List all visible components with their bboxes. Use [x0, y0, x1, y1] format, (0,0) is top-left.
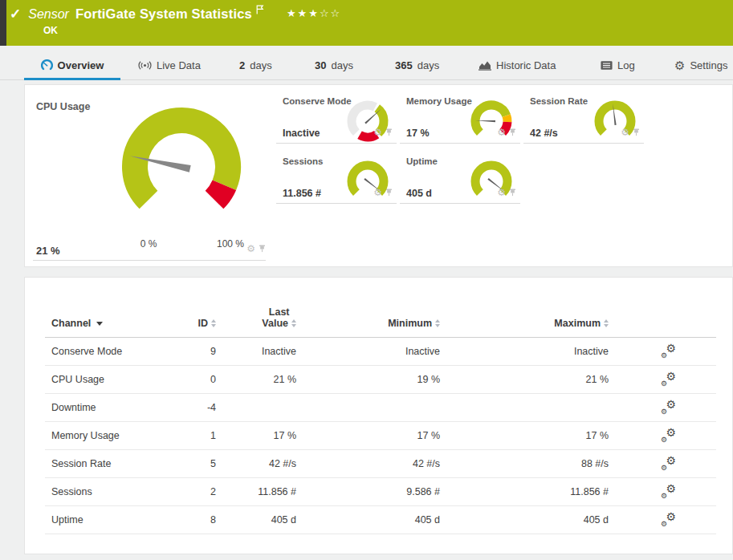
status-ok-check-icon: ✓	[10, 6, 21, 22]
table-row: Uptime 8 405 d 405 d 405 d ⚙ ⚙	[45, 506, 716, 534]
gauge-settings-gear-icon[interactable]: ⚙	[497, 128, 506, 137]
tab-overview[interactable]: Overview	[24, 50, 120, 80]
column-label: Value	[262, 318, 288, 329]
cell-maximum: 405 d	[584, 514, 609, 526]
tab-30-days[interactable]: 30 days	[315, 50, 353, 80]
gauge-pin-icon[interactable]	[259, 241, 266, 256]
channel-settings-button[interactable]: ⚙ ⚙	[662, 485, 676, 498]
gauge-pin-icon[interactable]	[509, 185, 516, 200]
cell-maximum: Inactive	[574, 346, 609, 357]
cell-channel-name: Conserve Mode	[51, 346, 122, 357]
cell-minimum: 17 %	[417, 430, 441, 441]
sort-arrows-icon	[604, 319, 609, 327]
gauge-pin-icon[interactable]	[385, 185, 393, 200]
channel-settings-button[interactable]: ⚙ ⚙	[662, 457, 676, 470]
column-header-minimum[interactable]: Minimum	[388, 318, 440, 329]
column-label: Minimum	[388, 318, 432, 329]
column-label: Channel	[51, 318, 91, 329]
tab-label: Settings	[690, 59, 727, 71]
cell-id: 1	[210, 430, 216, 441]
gear-icon: ⚙	[666, 343, 676, 354]
small-gear-icon: ⚙	[661, 521, 667, 528]
area-chart-icon	[478, 60, 491, 71]
cell-maximum: 17 %	[586, 430, 609, 441]
gauge-pin-icon[interactable]	[633, 125, 640, 140]
tab-label: days	[250, 59, 271, 71]
cell-last-value: 17 %	[274, 430, 297, 441]
gauge-settings-gear-icon[interactable]: ⚙	[373, 128, 382, 137]
tab-label: days	[417, 59, 439, 71]
gear-icon: ⚙	[666, 483, 676, 494]
small-gear-icon: ⚙	[661, 493, 667, 500]
cell-id: 0	[210, 374, 216, 385]
cell-last-value: 42 #/s	[269, 458, 296, 469]
channel-settings-button[interactable]: ⚙ ⚙	[662, 429, 676, 442]
gauge-settings-gear-icon[interactable]: ⚙	[246, 244, 255, 254]
gauge-tile-cpu-usage: CPU Usage 0 % 100 % 21 % ⚙	[33, 93, 266, 261]
column-header-id[interactable]: ID	[198, 318, 217, 329]
channel-settings-button[interactable]: ⚙ ⚙	[662, 401, 676, 414]
gear-icon: ⚙	[666, 371, 676, 382]
cell-minimum: 9.586 #	[406, 486, 440, 497]
tab-historic-data[interactable]: Historic Data	[478, 50, 556, 80]
tab-settings[interactable]: ⚙ Settings	[674, 50, 727, 80]
gauge-value: Inactive	[283, 128, 320, 139]
cell-maximum: 88 #/s	[581, 458, 609, 469]
small-gear-icon: ⚙	[661, 408, 667, 416]
priority-stars[interactable]: ★★★☆☆	[287, 7, 341, 19]
gauge-title: CPU Usage	[36, 101, 90, 112]
channel-settings-button[interactable]: ⚙ ⚙	[662, 513, 676, 526]
cell-minimum: 42 #/s	[413, 458, 440, 469]
column-header-maximum[interactable]: Maximum	[554, 318, 609, 329]
gauge-tile-uptime: Uptime 405 d ⚙	[400, 153, 520, 204]
column-label: ID	[198, 318, 209, 329]
priority-flag-icon[interactable]	[256, 3, 264, 18]
gauge-value: 17 %	[406, 128, 430, 139]
gauge-value: 405 d	[406, 188, 432, 199]
cell-id: 8	[210, 514, 216, 526]
gauge-settings-gear-icon[interactable]: ⚙	[497, 188, 506, 197]
gear-icon: ⚙	[666, 399, 676, 410]
tab-live-data[interactable]: Live Data	[138, 50, 201, 80]
table-row: Session Rate 5 42 #/s 42 #/s 88 #/s ⚙ ⚙	[45, 450, 716, 478]
cell-id: 5	[210, 458, 216, 469]
cell-id: -4	[207, 402, 216, 413]
column-header-channel[interactable]: Channel	[51, 318, 103, 329]
tab-365-days[interactable]: 365 days	[395, 50, 439, 80]
table-row: Downtime -4 ⚙ ⚙	[45, 394, 716, 422]
channels-table-panel: Channel ID Last Value Minimum Maximum	[24, 277, 733, 554]
cell-channel-name: Memory Usage	[51, 430, 120, 441]
tab-log[interactable]: Log	[601, 50, 635, 80]
column-header-last-value[interactable]: Last Value	[262, 306, 296, 329]
status-badge: OK	[43, 25, 58, 36]
gauge-title: Conserve Mode	[283, 96, 352, 106]
tab-2-days[interactable]: 2 days	[239, 50, 272, 80]
tab-number: 2	[239, 59, 245, 71]
column-label: Last	[269, 306, 290, 318]
tab-label: Historic Data	[496, 59, 556, 71]
sort-arrows-icon	[291, 319, 296, 327]
gauge-settings-gear-icon[interactable]: ⚙	[621, 128, 629, 137]
gauge-pin-icon[interactable]	[509, 125, 516, 140]
small-gear-icon: ⚙	[661, 465, 667, 472]
cell-last-value: 11.856 #	[258, 486, 296, 497]
log-list-icon	[601, 61, 613, 70]
live-data-icon	[138, 61, 152, 70]
cell-maximum: 21 %	[586, 374, 609, 385]
gauge-tile-memory-usage: Memory Usage 17 % ⚙	[400, 93, 520, 144]
gauge-icon	[41, 59, 53, 71]
table-row: CPU Usage 0 21 % 19 % 21 % ⚙ ⚙	[45, 366, 716, 394]
gauge-pin-icon[interactable]	[385, 125, 393, 140]
sort-arrows-icon	[435, 319, 440, 327]
cpu-usage-gauge	[109, 104, 254, 225]
channel-settings-button[interactable]: ⚙ ⚙	[662, 345, 676, 358]
tab-label: Log	[617, 59, 635, 71]
window-edge-strip	[0, 0, 6, 46]
sort-caret-down-icon	[96, 322, 103, 326]
channel-settings-button[interactable]: ⚙ ⚙	[662, 373, 676, 386]
tab-label: Overview	[58, 59, 104, 71]
cell-id: 2	[210, 486, 216, 497]
cell-minimum: 405 d	[415, 514, 440, 526]
gauge-settings-gear-icon[interactable]: ⚙	[373, 188, 382, 197]
cell-minimum: 19 %	[417, 374, 441, 385]
